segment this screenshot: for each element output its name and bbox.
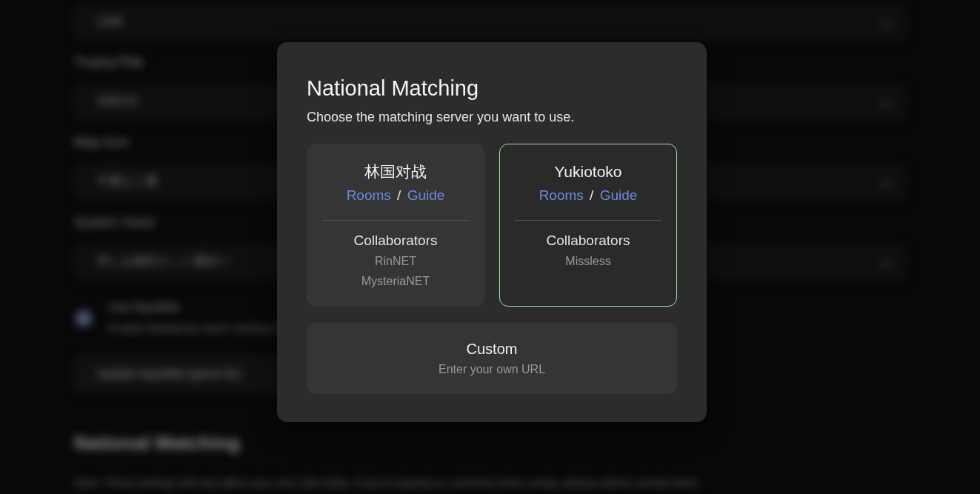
- collaborators-label: Collaborators: [307, 233, 484, 249]
- modal-title: National Matching: [307, 78, 677, 99]
- collaborator-name: Missless: [500, 251, 676, 272]
- server-links: Rooms / Guide: [307, 185, 484, 207]
- custom-server-card[interactable]: Custom Enter your own URL: [307, 323, 677, 394]
- rooms-link[interactable]: Rooms: [539, 187, 584, 203]
- guide-link[interactable]: Guide: [600, 187, 638, 203]
- server-card-yukiotoko[interactable]: Yukiotoko Rooms / Guide Collaborators Mi…: [499, 144, 677, 307]
- server-card-linguo[interactable]: 林国对战 Rooms / Guide Collaborators RinNET …: [307, 144, 484, 307]
- link-separator: /: [587, 187, 596, 203]
- custom-card-title: Custom: [467, 341, 518, 358]
- collaborators-list: RinNET MysteriaNET: [307, 251, 484, 292]
- collaborators-list: Missless: [500, 251, 676, 272]
- server-options-row: 林国对战 Rooms / Guide Collaborators RinNET …: [307, 144, 677, 307]
- server-links: Rooms / Guide: [500, 185, 676, 207]
- rooms-link[interactable]: Rooms: [347, 187, 391, 203]
- link-separator: /: [395, 187, 403, 203]
- guide-link[interactable]: Guide: [407, 187, 445, 203]
- server-name: 林国对战: [307, 161, 484, 182]
- national-matching-modal: National Matching Choose the matching se…: [277, 42, 707, 422]
- collaborator-name: MysteriaNET: [307, 271, 484, 292]
- collaborator-name: RinNET: [307, 251, 484, 272]
- modal-subtitle: Choose the matching server you want to u…: [307, 110, 677, 125]
- custom-card-subtitle: Enter your own URL: [439, 363, 545, 376]
- divider: [322, 220, 469, 221]
- collaborators-label: Collaborators: [500, 233, 676, 249]
- divider: [515, 220, 661, 221]
- server-name: Yukiotoko: [500, 161, 676, 182]
